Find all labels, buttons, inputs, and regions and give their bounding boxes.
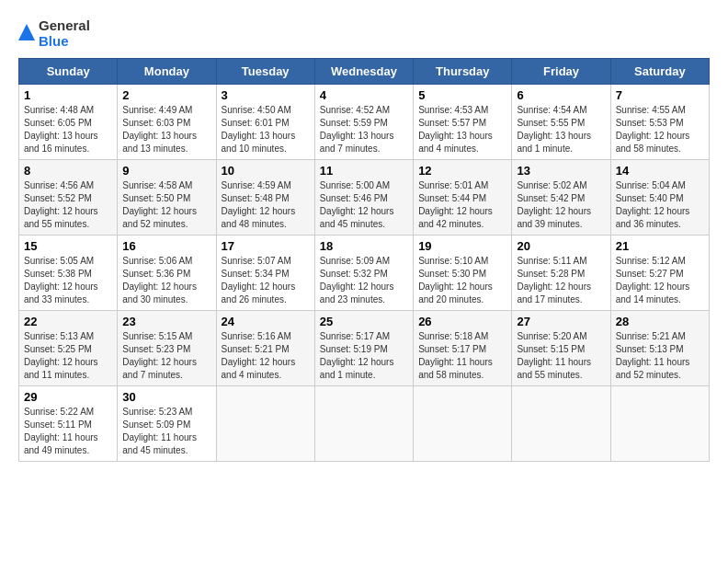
- day-number: 20: [517, 239, 605, 253]
- day-info: Sunrise: 4:53 AM Sunset: 5:57 PM Dayligh…: [418, 104, 506, 155]
- day-info: Sunrise: 4:49 AM Sunset: 6:03 PM Dayligh…: [122, 104, 210, 155]
- day-cell: 14Sunrise: 5:04 AM Sunset: 5:40 PM Dayli…: [610, 160, 709, 236]
- day-number: 10: [222, 164, 310, 178]
- day-cell: 27Sunrise: 5:20 AM Sunset: 5:15 PM Dayli…: [512, 311, 610, 386]
- day-info: Sunrise: 4:55 AM Sunset: 5:53 PM Dayligh…: [616, 104, 704, 155]
- day-cell: 12Sunrise: 5:01 AM Sunset: 5:44 PM Dayli…: [414, 160, 512, 236]
- day-number: 30: [122, 390, 210, 404]
- week-row-2: 8Sunrise: 4:56 AM Sunset: 5:52 PM Daylig…: [19, 160, 710, 236]
- day-cell: 4Sunrise: 4:52 AM Sunset: 5:59 PM Daylig…: [314, 85, 413, 160]
- day-number: 22: [24, 315, 112, 328]
- day-cell: 29Sunrise: 5:22 AM Sunset: 5:11 PM Dayli…: [19, 386, 118, 462]
- column-header-wednesday: Wednesday: [314, 59, 413, 85]
- day-number: 6: [517, 88, 605, 102]
- day-cell: 20Sunrise: 5:11 AM Sunset: 5:28 PM Dayli…: [512, 236, 610, 311]
- week-row-4: 22Sunrise: 5:13 AM Sunset: 5:25 PM Dayli…: [19, 311, 710, 386]
- day-info: Sunrise: 5:15 AM Sunset: 5:23 PM Dayligh…: [122, 330, 210, 382]
- day-cell: 22Sunrise: 5:13 AM Sunset: 5:25 PM Dayli…: [19, 311, 118, 386]
- day-number: 25: [320, 315, 408, 328]
- day-number: 17: [222, 239, 310, 253]
- column-header-friday: Friday: [512, 59, 610, 85]
- day-cell: 9Sunrise: 4:58 AM Sunset: 5:50 PM Daylig…: [118, 160, 216, 236]
- day-number: 29: [24, 390, 112, 404]
- day-cell: 17Sunrise: 5:07 AM Sunset: 5:34 PM Dayli…: [216, 236, 314, 311]
- day-cell: 26Sunrise: 5:18 AM Sunset: 5:17 PM Dayli…: [414, 311, 512, 386]
- day-info: Sunrise: 5:05 AM Sunset: 5:38 PM Dayligh…: [24, 255, 112, 306]
- logo-blue-text: Blue: [39, 34, 90, 50]
- day-cell: 3Sunrise: 4:50 AM Sunset: 6:01 PM Daylig…: [216, 85, 314, 160]
- day-cell: [610, 386, 709, 462]
- svg-marker-0: [18, 24, 35, 40]
- day-info: Sunrise: 5:02 AM Sunset: 5:42 PM Dayligh…: [517, 179, 605, 231]
- day-info: Sunrise: 5:09 AM Sunset: 5:32 PM Dayligh…: [320, 255, 408, 306]
- column-header-sunday: Sunday: [19, 59, 118, 85]
- day-number: 5: [418, 88, 506, 102]
- day-cell: 5Sunrise: 4:53 AM Sunset: 5:57 PM Daylig…: [414, 85, 512, 160]
- day-info: Sunrise: 4:58 AM Sunset: 5:50 PM Dayligh…: [122, 179, 210, 231]
- day-cell: 15Sunrise: 5:05 AM Sunset: 5:38 PM Dayli…: [19, 236, 118, 311]
- day-number: 13: [517, 164, 605, 178]
- day-number: 21: [616, 239, 704, 253]
- day-number: 24: [222, 315, 310, 328]
- day-info: Sunrise: 4:56 AM Sunset: 5:52 PM Dayligh…: [24, 179, 112, 231]
- day-cell: 23Sunrise: 5:15 AM Sunset: 5:23 PM Dayli…: [118, 311, 216, 386]
- day-cell: 7Sunrise: 4:55 AM Sunset: 5:53 PM Daylig…: [610, 85, 709, 160]
- day-info: Sunrise: 5:18 AM Sunset: 5:17 PM Dayligh…: [418, 330, 506, 382]
- day-cell: 13Sunrise: 5:02 AM Sunset: 5:42 PM Dayli…: [512, 160, 610, 236]
- day-number: 16: [122, 239, 210, 253]
- day-info: Sunrise: 5:04 AM Sunset: 5:40 PM Dayligh…: [616, 179, 704, 231]
- calendar-table: SundayMondayTuesdayWednesdayThursdayFrid…: [18, 58, 710, 462]
- day-info: Sunrise: 5:13 AM Sunset: 5:25 PM Dayligh…: [24, 330, 112, 382]
- day-info: Sunrise: 4:48 AM Sunset: 6:05 PM Dayligh…: [24, 104, 112, 155]
- day-cell: 25Sunrise: 5:17 AM Sunset: 5:19 PM Dayli…: [314, 311, 413, 386]
- day-number: 12: [418, 164, 506, 178]
- logo-general-text: General: [39, 18, 90, 34]
- column-header-monday: Monday: [118, 59, 216, 85]
- day-info: Sunrise: 5:17 AM Sunset: 5:19 PM Dayligh…: [320, 330, 408, 382]
- logo-text-wrap: General Blue: [18, 18, 90, 49]
- day-number: 3: [222, 88, 310, 102]
- column-header-thursday: Thursday: [414, 59, 512, 85]
- logo-triangle-icon: [18, 24, 35, 44]
- day-number: 8: [24, 164, 112, 178]
- day-cell: 24Sunrise: 5:16 AM Sunset: 5:21 PM Dayli…: [216, 311, 314, 386]
- day-info: Sunrise: 5:06 AM Sunset: 5:36 PM Dayligh…: [122, 255, 210, 306]
- header: General Blue: [18, 18, 710, 49]
- day-info: Sunrise: 5:16 AM Sunset: 5:21 PM Dayligh…: [222, 330, 310, 382]
- day-cell: [512, 386, 610, 462]
- day-cell: [414, 386, 512, 462]
- day-number: 18: [320, 239, 408, 253]
- day-info: Sunrise: 5:21 AM Sunset: 5:13 PM Dayligh…: [616, 330, 704, 382]
- day-cell: 1Sunrise: 4:48 AM Sunset: 6:05 PM Daylig…: [19, 85, 118, 160]
- day-number: 9: [122, 164, 210, 178]
- day-info: Sunrise: 5:20 AM Sunset: 5:15 PM Dayligh…: [517, 330, 605, 382]
- day-cell: 8Sunrise: 4:56 AM Sunset: 5:52 PM Daylig…: [19, 160, 118, 236]
- day-cell: 18Sunrise: 5:09 AM Sunset: 5:32 PM Dayli…: [314, 236, 413, 311]
- column-header-tuesday: Tuesday: [216, 59, 314, 85]
- day-number: 14: [616, 164, 704, 178]
- day-cell: 11Sunrise: 5:00 AM Sunset: 5:46 PM Dayli…: [314, 160, 413, 236]
- day-number: 11: [320, 164, 408, 178]
- day-number: 26: [418, 315, 506, 328]
- day-number: 4: [320, 88, 408, 102]
- day-info: Sunrise: 5:12 AM Sunset: 5:27 PM Dayligh…: [616, 255, 704, 306]
- day-cell: 30Sunrise: 5:23 AM Sunset: 5:09 PM Dayli…: [118, 386, 216, 462]
- day-number: 7: [616, 88, 704, 102]
- day-info: Sunrise: 4:54 AM Sunset: 5:55 PM Dayligh…: [517, 104, 605, 155]
- week-row-3: 15Sunrise: 5:05 AM Sunset: 5:38 PM Dayli…: [19, 236, 710, 311]
- day-number: 15: [24, 239, 112, 253]
- calendar-header-row: SundayMondayTuesdayWednesdayThursdayFrid…: [19, 59, 710, 85]
- column-header-saturday: Saturday: [610, 59, 709, 85]
- day-info: Sunrise: 5:10 AM Sunset: 5:30 PM Dayligh…: [418, 255, 506, 306]
- week-row-5: 29Sunrise: 5:22 AM Sunset: 5:11 PM Dayli…: [19, 386, 710, 462]
- day-info: Sunrise: 5:01 AM Sunset: 5:44 PM Dayligh…: [418, 179, 506, 231]
- day-info: Sunrise: 5:22 AM Sunset: 5:11 PM Dayligh…: [24, 406, 112, 457]
- day-cell: 6Sunrise: 4:54 AM Sunset: 5:55 PM Daylig…: [512, 85, 610, 160]
- day-info: Sunrise: 5:11 AM Sunset: 5:28 PM Dayligh…: [517, 255, 605, 306]
- day-number: 27: [517, 315, 605, 328]
- day-info: Sunrise: 5:00 AM Sunset: 5:46 PM Dayligh…: [320, 179, 408, 231]
- day-number: 19: [418, 239, 506, 253]
- day-number: 1: [24, 88, 112, 102]
- day-cell: 10Sunrise: 4:59 AM Sunset: 5:48 PM Dayli…: [216, 160, 314, 236]
- day-info: Sunrise: 5:23 AM Sunset: 5:09 PM Dayligh…: [122, 406, 210, 457]
